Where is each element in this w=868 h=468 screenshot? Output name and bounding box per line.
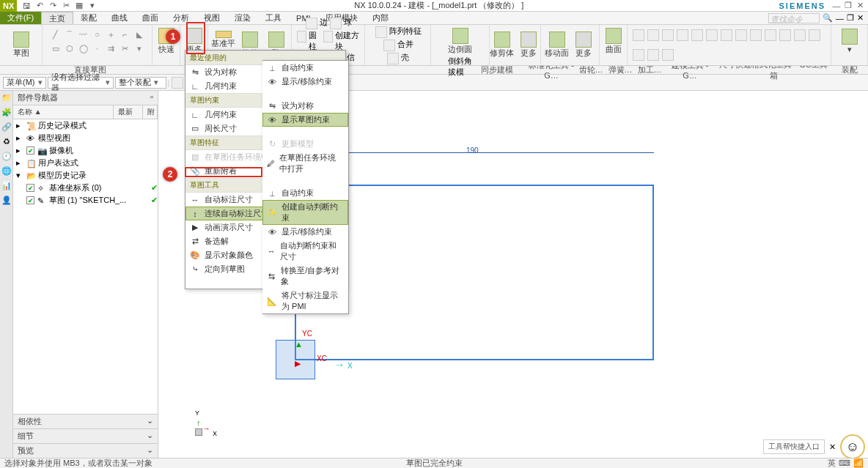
gc14-icon[interactable]: [633, 49, 644, 61]
menu-internal[interactable]: 内部: [365, 12, 396, 24]
save-icon[interactable]: 🖫: [21, 1, 32, 11]
trimbody-button[interactable]: 修剪体: [490, 31, 515, 60]
gc7-icon[interactable]: [721, 29, 732, 41]
cyl-icon[interactable]: [297, 31, 306, 42]
gc6-icon[interactable]: [706, 29, 718, 41]
acc-preview[interactable]: 预览⌄: [13, 443, 158, 458]
child-min-icon[interactable]: —: [836, 14, 844, 23]
gc16-icon[interactable]: [662, 49, 674, 61]
helper-tip[interactable]: 工具帮快捷入口: [763, 439, 825, 454]
menu-curve[interactable]: 曲线: [104, 12, 135, 24]
gc15-icon[interactable]: [647, 49, 659, 61]
menu-home[interactable]: 主页: [41, 12, 73, 24]
helper-bubble[interactable]: 工具帮快捷入口 ✕ ☺: [763, 434, 865, 459]
vt-ie-icon[interactable]: 🌐: [1, 166, 12, 176]
menu-analyze[interactable]: 分析: [166, 12, 196, 24]
more-feat-button[interactable]: 更多: [516, 31, 541, 60]
dd-r-autocon2[interactable]: ⟂自动约束: [262, 186, 348, 200]
scope-combo[interactable]: 整个装配: [115, 77, 166, 89]
gc2-icon[interactable]: [647, 29, 659, 41]
dd-r-show[interactable]: 👁显示/移除约束: [262, 75, 348, 89]
menu-view[interactable]: 视图: [196, 12, 227, 24]
tree-header[interactable]: 名称 ▲ 最新 附: [13, 105, 158, 119]
gc9-icon[interactable]: [750, 29, 762, 41]
acc-detail[interactable]: 细节⌄: [13, 428, 158, 443]
gc13-icon[interactable]: [809, 29, 820, 41]
surface-button[interactable]: 曲面: [601, 26, 626, 56]
vt-reuse-icon[interactable]: ♻: [1, 136, 12, 146]
child-close-icon[interactable]: ✕: [857, 13, 864, 23]
vt-hist-icon[interactable]: 🕘: [1, 151, 12, 161]
restore-icon[interactable]: ❐: [843, 1, 853, 11]
gc4-icon[interactable]: [677, 29, 688, 41]
shell-icon[interactable]: [387, 53, 399, 64]
dd-r-infer[interactable]: ✨创建自动判断约束: [262, 200, 348, 225]
block-icon[interactable]: [323, 31, 333, 42]
undo-icon[interactable]: ↶: [34, 1, 45, 11]
dd-r-show2[interactable]: 👁显示/移除约束: [262, 225, 348, 239]
vt-nav-icon[interactable]: 📁: [1, 92, 12, 103]
menu-assembly[interactable]: 装配: [73, 12, 104, 24]
offset-icon[interactable]: ⇉: [105, 42, 118, 55]
chamfer-icon[interactable]: ◣: [133, 28, 146, 41]
pattern-icon[interactable]: [375, 26, 387, 38]
gc12-icon[interactable]: [794, 29, 806, 41]
trim-icon[interactable]: ✂: [119, 42, 132, 55]
menu-combo[interactable]: 菜单(M): [3, 77, 46, 89]
gc3-icon[interactable]: [662, 29, 674, 41]
filter-combo[interactable]: 没有选择过滤器: [48, 77, 114, 89]
dim-h[interactable]: 190: [466, 146, 479, 155]
vt-asm-icon[interactable]: 🧩: [1, 107, 12, 117]
dd-r-autodim[interactable]: ↔自动判断约束和尺寸: [262, 239, 348, 264]
dd-r-open[interactable]: 🖉在草图任务环境中打开: [262, 151, 348, 176]
redo-icon[interactable]: ↷: [48, 1, 58, 11]
quick-access[interactable]: 🖫 ↶ ↷ ✂ ▦ ▾: [17, 1, 102, 11]
grid-icon[interactable]: ▦: [74, 1, 84, 11]
line-icon[interactable]: ╱: [49, 28, 62, 41]
vt-layer-icon[interactable]: 📊: [1, 180, 12, 190]
pin-icon[interactable]: ▫: [150, 92, 153, 103]
acc-dep[interactable]: 相依性⌄: [13, 414, 158, 428]
sel1-icon[interactable]: [172, 77, 183, 89]
vt-cons-icon[interactable]: 🔗: [1, 122, 12, 132]
arc-icon[interactable]: ⌒: [63, 28, 76, 41]
dd-r-pmi[interactable]: 📐将尺寸标注显示为 PMI: [262, 289, 348, 313]
dd-r-convert[interactable]: ⇆转换至/自参考对象: [262, 264, 348, 289]
dd-r-autocon[interactable]: ⟂自动约束: [262, 61, 348, 75]
circle-icon[interactable]: ○: [91, 28, 104, 41]
minimize-icon[interactable]: —: [831, 1, 842, 11]
gc1-icon[interactable]: [633, 29, 644, 41]
dd-r-sym[interactable]: ⇋设为对称: [262, 99, 348, 113]
gc5-icon[interactable]: [691, 29, 703, 41]
point-icon[interactable]: ·: [91, 42, 104, 55]
menu-render[interactable]: 渲染: [227, 12, 258, 24]
child-max-icon[interactable]: ❐: [847, 13, 854, 23]
command-search[interactable]: 查找命令: [768, 13, 820, 23]
helper-face-icon[interactable]: ☺: [840, 434, 865, 459]
copy-icon[interactable]: ✂: [61, 1, 71, 11]
more-curve-icon[interactable]: ▾: [133, 42, 146, 55]
moveface-button[interactable]: 移动面: [545, 31, 570, 60]
spline-icon[interactable]: 〰: [77, 28, 90, 41]
ime-icon[interactable]: 英: [828, 458, 836, 468]
net-icon[interactable]: 📶: [853, 458, 864, 468]
rect-icon[interactable]: ▭: [49, 42, 62, 55]
gc10-icon[interactable]: [765, 29, 776, 41]
assembly-button[interactable]: ▾: [837, 26, 862, 56]
box-icon[interactable]: [306, 18, 317, 29]
menu-file[interactable]: 文件(F): [0, 12, 41, 24]
close-icon[interactable]: ✕: [855, 1, 865, 11]
dd-r-showsk[interactable]: 👁显示草图约束: [262, 113, 348, 127]
tree[interactable]: ▸📜历史记录模式 ▸👁模型视图 ▸✔📷摄像机 ▸📋用户表达式 ▾📂模型历史记录 …: [13, 119, 158, 414]
close-tip-icon[interactable]: ✕: [829, 442, 836, 452]
sphere-icon[interactable]: [330, 18, 342, 29]
plus-icon[interactable]: ＋: [105, 28, 118, 41]
kbd-icon[interactable]: ⌨: [839, 458, 850, 468]
ellipse-icon[interactable]: ◯: [77, 42, 90, 55]
curve-palette[interactable]: ╱⌒〰○＋⌐◣ ▭⬡◯·⇉✂▾: [48, 26, 147, 56]
sketch-button[interactable]: 草图: [9, 31, 34, 60]
dropdown-icon[interactable]: ▾: [87, 1, 98, 11]
unite-icon[interactable]: [383, 40, 395, 51]
menu-surface[interactable]: 曲面: [135, 12, 166, 24]
menu-tool[interactable]: 工具: [258, 12, 289, 24]
